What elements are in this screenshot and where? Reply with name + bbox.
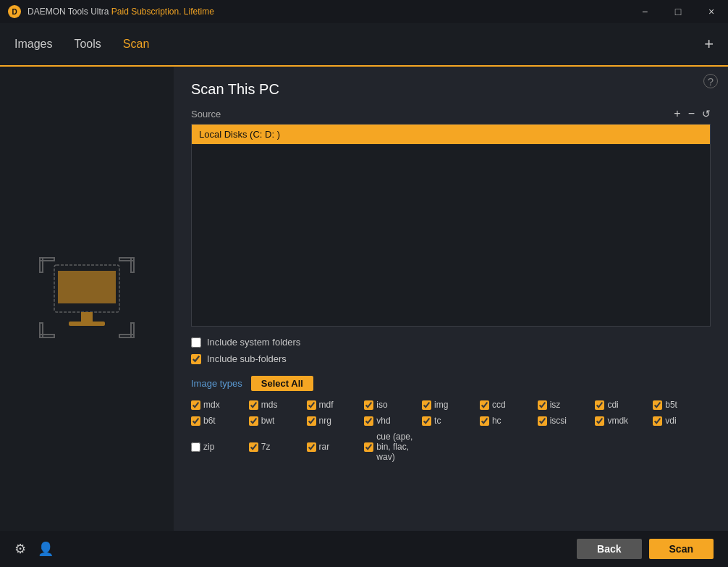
file-type-label-iso[interactable]: iso bbox=[376, 400, 387, 410]
nav-add-button[interactable]: + bbox=[704, 35, 714, 54]
sidebar bbox=[0, 67, 174, 531]
file-type-checkbox-mds[interactable] bbox=[249, 400, 258, 410]
scan-monitor-icon bbox=[33, 251, 141, 347]
options-section: Include system folders Include sub-folde… bbox=[191, 337, 711, 364]
source-label: Source bbox=[191, 109, 221, 119]
file-type-label-bwt[interactable]: bwt bbox=[261, 416, 275, 426]
close-button[interactable]: × bbox=[695, 0, 728, 23]
bottom-left-icons: ⚙ 👤 bbox=[14, 541, 54, 557]
file-type-item: iscsi bbox=[538, 416, 596, 426]
file-type-label-7z[interactable]: 7z bbox=[261, 442, 271, 452]
file-type-checkbox-bwt[interactable] bbox=[249, 416, 258, 426]
file-type-label-img[interactable]: img bbox=[434, 400, 448, 410]
file-type-label-vdi[interactable]: vdi bbox=[665, 416, 676, 426]
file-type-checkbox-isz[interactable] bbox=[538, 400, 547, 410]
file-type-checkbox-iscsi[interactable] bbox=[538, 416, 547, 426]
file-type-item: vdi bbox=[653, 416, 711, 426]
file-type-checkbox-vhd[interactable] bbox=[364, 416, 373, 426]
file-type-label-cue (ape, bin, flac, wav)[interactable]: cue (ape, bin, flac, wav) bbox=[376, 432, 422, 462]
svg-text:D: D bbox=[12, 8, 17, 16]
nav-tools[interactable]: Tools bbox=[74, 22, 101, 66]
file-type-item: iso bbox=[364, 400, 422, 410]
include-system-checkbox[interactable] bbox=[191, 337, 201, 348]
file-type-item: bwt bbox=[249, 416, 307, 426]
refresh-source-button[interactable]: ↺ bbox=[702, 108, 711, 119]
panel-title: Scan This PC bbox=[191, 81, 711, 98]
include-system-row: Include system folders bbox=[191, 337, 711, 348]
bottom-right-buttons: Back Scan bbox=[577, 539, 714, 559]
file-type-checkbox-cue (ape, bin, flac, wav)[interactable] bbox=[364, 442, 373, 452]
file-type-label-vhd[interactable]: vhd bbox=[376, 416, 390, 426]
file-type-checkbox-vmdk[interactable] bbox=[595, 416, 604, 426]
nav-scan[interactable]: Scan bbox=[123, 22, 149, 66]
file-type-label-zip[interactable]: zip bbox=[203, 442, 214, 452]
file-type-label-mdf[interactable]: mdf bbox=[319, 400, 334, 410]
select-all-button[interactable]: Select All bbox=[251, 376, 313, 391]
file-type-checkbox-mdx[interactable] bbox=[191, 400, 200, 410]
source-list-item[interactable]: Local Disks (C: D: ) bbox=[192, 125, 710, 144]
file-type-item: b6t bbox=[191, 416, 249, 426]
file-type-checkbox-nrg[interactable] bbox=[307, 416, 316, 426]
file-type-label-cdi[interactable]: cdi bbox=[607, 400, 618, 410]
file-type-label-iscsi[interactable]: iscsi bbox=[550, 416, 567, 426]
file-type-checkbox-zip[interactable] bbox=[191, 442, 200, 452]
file-type-label-nrg[interactable]: nrg bbox=[319, 416, 331, 426]
file-type-checkbox-hc[interactable] bbox=[480, 416, 489, 426]
file-type-label-vmdk[interactable]: vmdk bbox=[607, 416, 628, 426]
add-source-button[interactable]: + bbox=[674, 108, 680, 119]
help-icon[interactable]: ? bbox=[703, 74, 718, 88]
file-type-checkbox-ccd[interactable] bbox=[480, 400, 489, 410]
image-types-label: Image types bbox=[191, 378, 242, 389]
file-type-item: cdi bbox=[595, 400, 653, 410]
file-type-checkbox-iso[interactable] bbox=[364, 400, 373, 410]
titlebar: D DAEMON Tools Ultra Paid Subscription. … bbox=[0, 0, 728, 23]
nav-images[interactable]: Images bbox=[14, 22, 52, 66]
file-type-label-rar[interactable]: rar bbox=[319, 442, 330, 452]
image-types-section: Image types Select All mdxmdsmdfisoimgcc… bbox=[191, 376, 711, 462]
file-type-label-isz[interactable]: isz bbox=[550, 400, 561, 410]
file-type-checkbox-img[interactable] bbox=[422, 400, 431, 410]
file-type-item: img bbox=[422, 400, 480, 410]
file-type-checkbox-vdi[interactable] bbox=[653, 416, 662, 426]
content-area: ? Scan This PC Source + − ↺ Local Disks … bbox=[0, 67, 728, 531]
include-sub-label[interactable]: Include sub-folders bbox=[207, 353, 287, 364]
back-button[interactable]: Back bbox=[577, 539, 641, 559]
minimize-button[interactable]: − bbox=[628, 0, 661, 23]
source-section-header: Source + − ↺ bbox=[191, 108, 711, 119]
file-type-label-b5t[interactable]: b5t bbox=[665, 400, 677, 410]
file-type-item: rar bbox=[307, 432, 365, 462]
file-type-label-hc[interactable]: hc bbox=[492, 416, 501, 426]
file-type-checkbox-b5t[interactable] bbox=[653, 400, 662, 410]
file-type-item: mdx bbox=[191, 400, 249, 410]
file-type-item: cue (ape, bin, flac, wav) bbox=[364, 432, 422, 462]
include-system-label[interactable]: Include system folders bbox=[207, 337, 300, 348]
file-type-checkbox-tc[interactable] bbox=[422, 416, 431, 426]
file-type-label-mdx[interactable]: mdx bbox=[203, 400, 220, 410]
source-list[interactable]: Local Disks (C: D: ) bbox=[191, 124, 711, 327]
source-controls: + − ↺ bbox=[674, 108, 711, 119]
user-icon[interactable]: 👤 bbox=[38, 541, 54, 557]
file-type-item: mdf bbox=[307, 400, 365, 410]
file-type-checkbox-mdf[interactable] bbox=[307, 400, 316, 410]
window-controls: − □ × bbox=[628, 0, 728, 23]
file-type-checkbox-b6t[interactable] bbox=[191, 416, 200, 426]
file-type-label-tc[interactable]: tc bbox=[434, 416, 441, 426]
file-type-item: vmdk bbox=[595, 416, 653, 426]
file-type-checkbox-7z[interactable] bbox=[249, 442, 258, 452]
svg-rect-13 bbox=[69, 322, 105, 326]
settings-icon[interactable]: ⚙ bbox=[14, 541, 26, 557]
file-type-checkbox-cdi[interactable] bbox=[595, 400, 604, 410]
remove-source-button[interactable]: − bbox=[688, 108, 695, 119]
bottom-bar: ⚙ 👤 Back Scan bbox=[0, 531, 728, 567]
maximize-button[interactable]: □ bbox=[661, 0, 695, 23]
app-title: DAEMON Tools Ultra Paid Subscription. Li… bbox=[27, 7, 214, 17]
main-panel: ? Scan This PC Source + − ↺ Local Disks … bbox=[174, 67, 728, 531]
file-type-label-ccd[interactable]: ccd bbox=[492, 400, 506, 410]
app-logo: D bbox=[7, 4, 22, 19]
file-type-label-b6t[interactable]: b6t bbox=[203, 416, 216, 426]
include-sub-checkbox[interactable] bbox=[191, 354, 201, 364]
file-type-item: b5t bbox=[653, 400, 711, 410]
file-type-checkbox-rar[interactable] bbox=[307, 442, 316, 452]
file-type-label-mds[interactable]: mds bbox=[261, 400, 278, 410]
scan-button[interactable]: Scan bbox=[649, 539, 714, 559]
